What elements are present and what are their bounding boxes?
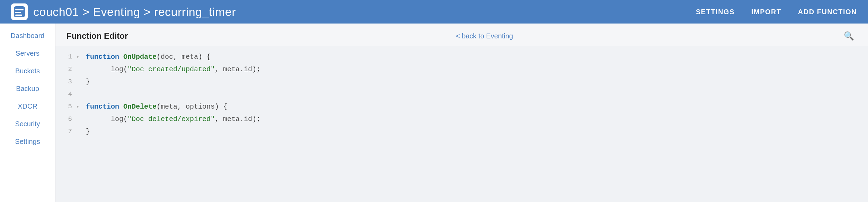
code-line: function OnDelete(meta, options) { [83,100,868,113]
sidebar-item-buckets[interactable]: Buckets [0,63,55,79]
fold-arrow [76,113,83,125]
svg-rect-2 [15,12,21,13]
fold-arrow[interactable]: ▾ [76,100,83,113]
app-header: couch01 > Eventing > recurring_timer SET… [0,0,868,24]
back-to-eventing-link[interactable]: < back to Eventing [456,32,513,40]
code-line [83,88,868,100]
svg-rect-1 [15,9,24,10]
table-row: 5 ▾ function OnDelete(meta, options) { [55,100,868,113]
fold-arrow [76,125,83,138]
sidebar-item-dashboard[interactable]: Dashboard [0,28,55,44]
main-content: Function Editor < back to Eventing 🔍 1 ▾… [55,24,868,202]
svg-rect-3 [15,15,22,16]
table-row: 1 ▾ function OnUpdate(doc, meta) { [55,50,868,63]
fold-arrow [76,88,83,100]
import-nav-button[interactable]: IMPORT [751,8,781,16]
line-number: 1 [55,50,76,63]
fold-arrow[interactable]: ▾ [76,50,83,63]
sidebar: Dashboard Servers Buckets Backup XDCR Se… [0,24,55,202]
main-layout: Dashboard Servers Buckets Backup XDCR Se… [0,24,868,202]
code-line: log("Doc created/updated", meta.id); [83,63,868,75]
table-row: 6 log("Doc deleted/expired", meta.id); [55,113,868,125]
fold-arrow [76,63,83,75]
line-number: 3 [55,75,76,88]
sidebar-item-xdcr[interactable]: XDCR [0,98,55,114]
editor-title: Function Editor [67,31,128,41]
header-left: couch01 > Eventing > recurring_timer [11,3,236,20]
fold-arrow [76,75,83,88]
sidebar-item-security[interactable]: Security [0,116,55,132]
sidebar-item-settings[interactable]: Settings [0,134,55,150]
table-row: 3 } [55,75,868,88]
add-function-nav-button[interactable]: ADD FUNCTION [798,8,857,16]
code-line: function OnUpdate(doc, meta) { [83,50,868,63]
line-number: 2 [55,63,76,75]
search-icon[interactable]: 🔍 [841,30,857,42]
line-number: 4 [55,88,76,100]
code-line: } [83,75,868,88]
code-table: 1 ▾ function OnUpdate(doc, meta) { 2 log… [55,50,868,138]
line-number: 5 [55,100,76,113]
settings-nav-button[interactable]: SETTINGS [696,8,735,16]
table-row: 2 log("Doc created/updated", meta.id); [55,63,868,75]
editor-header: Function Editor < back to Eventing 🔍 [55,24,868,46]
table-row: 7 } [55,125,868,138]
code-editor[interactable]: 1 ▾ function OnUpdate(doc, meta) { 2 log… [55,46,868,202]
line-number: 6 [55,113,76,125]
header-nav: SETTINGS IMPORT ADD FUNCTION [696,8,857,16]
table-row: 4 [55,88,868,100]
sidebar-item-backup[interactable]: Backup [0,81,55,97]
line-number: 7 [55,125,76,138]
code-line: } [83,125,868,138]
breadcrumb: couch01 > Eventing > recurring_timer [33,5,236,19]
code-line: log("Doc deleted/expired", meta.id); [83,113,868,125]
sidebar-item-servers[interactable]: Servers [0,45,55,62]
logo-icon[interactable] [11,3,28,20]
